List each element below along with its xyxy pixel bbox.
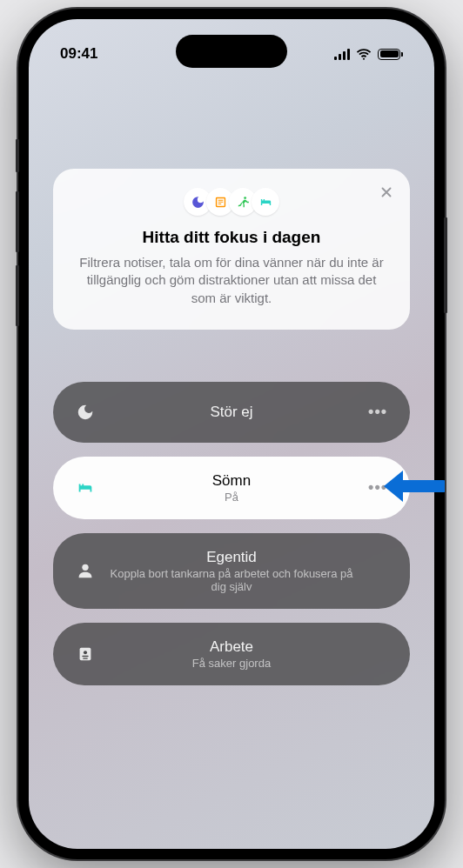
focus-description: Få saker gjorda: [104, 657, 359, 670]
dynamic-island: [176, 35, 287, 68]
focus-mode-icons-row: [76, 188, 387, 216]
bed-icon: [76, 477, 97, 498]
silent-switch: [16, 139, 19, 172]
focus-mode-dnd[interactable]: Stör ej •••: [53, 382, 410, 443]
moon-icon: [76, 402, 97, 423]
cellular-icon: [334, 49, 350, 60]
person-icon: [76, 560, 97, 581]
close-icon[interactable]: [379, 184, 394, 200]
svg-point-0: [244, 197, 246, 199]
svg-rect-4: [82, 656, 88, 657]
callout-arrow-icon: [382, 465, 445, 507]
badge-icon: [76, 644, 97, 664]
focus-control-center: Hitta ditt fokus i dagen Filtrera notise…: [29, 169, 434, 699]
iphone-frame: 09:41 Hitt: [18, 9, 445, 859]
bed-icon: [252, 188, 279, 216]
intro-description: Filtrera notiser, tala om för dina vänne…: [76, 254, 387, 307]
battery-icon: [378, 49, 403, 60]
focus-mode-work[interactable]: Arbete Få saker gjorda: [53, 623, 410, 685]
focus-label: Stör ej: [104, 404, 359, 421]
svg-point-3: [84, 651, 87, 654]
wifi-icon: [356, 48, 372, 60]
focus-label: Egentid: [104, 549, 359, 566]
screen: 09:41 Hitt: [29, 19, 434, 849]
focus-description: Koppla bort tankarna på arbetet och foku…: [104, 567, 359, 593]
focus-mode-sleep[interactable]: Sömn På •••: [53, 457, 410, 519]
svg-point-1: [82, 564, 88, 571]
power-button: [444, 217, 447, 313]
focus-intro-card: Hitta ditt fokus i dagen Filtrera notise…: [53, 169, 410, 330]
status-time: 09:41: [60, 45, 97, 63]
volume-up-button: [16, 191, 19, 252]
more-icon[interactable]: •••: [366, 403, 387, 421]
svg-rect-5: [83, 658, 88, 658]
focus-status: På: [104, 491, 359, 504]
focus-label: Arbete: [104, 638, 359, 656]
focus-mode-personal[interactable]: Egentid Koppla bort tankarna på arbetet …: [53, 533, 410, 609]
volume-down-button: [16, 265, 19, 326]
focus-label: Sömn: [104, 472, 359, 490]
intro-title: Hitta ditt fokus i dagen: [76, 228, 387, 247]
status-indicators: [334, 48, 403, 60]
